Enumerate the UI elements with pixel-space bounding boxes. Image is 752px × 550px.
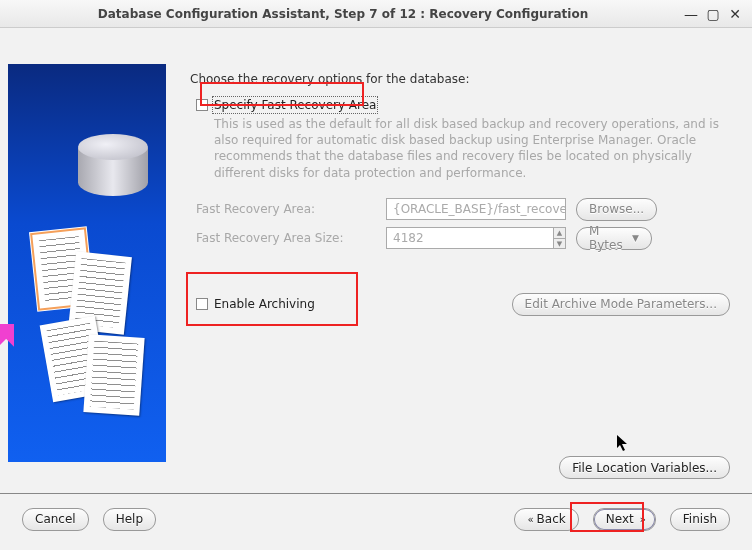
- fra-location-row: Fast Recovery Area: {ORACLE_BASE}/fast_r…: [186, 195, 730, 224]
- fra-size-spinner[interactable]: ▲▼: [554, 227, 566, 249]
- close-icon[interactable]: ✕: [726, 6, 744, 22]
- window-title: Database Configuration Assistant, Step 7…: [8, 7, 678, 21]
- fra-size-unit-select[interactable]: M Bytes ▼: [576, 227, 652, 250]
- back-button[interactable]: «Back: [514, 508, 578, 531]
- edit-archive-params-button[interactable]: Edit Archive Mode Parameters...: [512, 293, 730, 316]
- enable-archiving-label: Enable Archiving: [214, 297, 315, 311]
- chevron-right-icon: »: [640, 514, 643, 525]
- wizard-sidebar-image: [8, 64, 166, 462]
- fra-help-text: This is used as the default for all disk…: [186, 114, 730, 195]
- chevron-down-icon[interactable]: ▼: [554, 239, 565, 249]
- fra-location-input[interactable]: {ORACLE_BASE}/fast_recovery_a: [386, 198, 566, 220]
- cursor-icon: [616, 434, 630, 455]
- chevron-down-icon: ▼: [632, 233, 639, 243]
- cancel-button[interactable]: Cancel: [22, 508, 89, 531]
- page-prompt: Choose the recovery options for the data…: [186, 40, 730, 94]
- maximize-icon[interactable]: ▢: [704, 6, 722, 22]
- title-bar: Database Configuration Assistant, Step 7…: [0, 0, 752, 28]
- fra-location-label: Fast Recovery Area:: [196, 202, 376, 216]
- browse-button[interactable]: Browse...: [576, 198, 657, 221]
- fra-size-row: Fast Recovery Area Size: 4182 ▲▼ M Bytes…: [186, 224, 730, 253]
- specify-fra-checkbox[interactable]: [196, 99, 208, 111]
- fra-size-label: Fast Recovery Area Size:: [196, 231, 376, 245]
- fra-size-input[interactable]: 4182: [386, 227, 554, 249]
- next-button[interactable]: Next»: [593, 508, 656, 531]
- specify-fra-label: Specify Fast Recovery Area: [214, 98, 376, 112]
- main-panel: Choose the recovery options for the data…: [166, 34, 744, 489]
- help-button[interactable]: Help: [103, 508, 156, 531]
- chevron-up-icon[interactable]: ▲: [554, 228, 565, 239]
- finish-button[interactable]: Finish: [670, 508, 730, 531]
- enable-archiving-checkbox[interactable]: [196, 298, 208, 310]
- minimize-icon[interactable]: —: [682, 6, 700, 22]
- arrow-icon: [0, 301, 37, 346]
- enable-archiving-checkbox-row[interactable]: Enable Archiving: [196, 297, 315, 311]
- chevron-left-icon: «: [527, 514, 530, 525]
- file-location-variables-button[interactable]: File Location Variables...: [559, 456, 730, 479]
- wizard-footer: Cancel Help «Back Next» Finish: [0, 494, 752, 544]
- specify-fra-checkbox-row[interactable]: Specify Fast Recovery Area: [186, 94, 730, 114]
